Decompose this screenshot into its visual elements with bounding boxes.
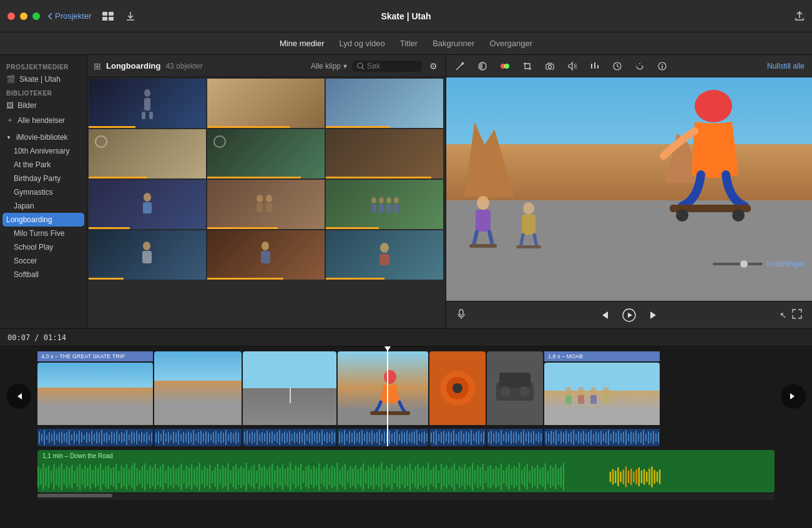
timeline-skip-left-button[interactable]	[6, 384, 31, 409]
fullscreen-button[interactable]	[32, 12, 40, 20]
equalizer-icon[interactable]	[589, 60, 601, 72]
sidebar-item-soccer[interactable]: Soccer	[0, 254, 87, 268]
sidebar-item-10th-anniversary[interactable]: 10th Anniversary	[0, 144, 87, 158]
timeline-scrollbar[interactable]	[37, 494, 775, 500]
skip-to-start-button[interactable]	[599, 310, 610, 321]
svg-rect-85	[119, 434, 120, 441]
tab-lyd-og-video[interactable]: Lyd og video	[340, 36, 385, 51]
magic-wand-icon[interactable]	[454, 60, 466, 72]
timeline-clip-3[interactable]	[243, 351, 336, 446]
sidebar-item-longboarding[interactable]: Longboarding	[2, 213, 84, 227]
timeline-clip-4[interactable]	[338, 351, 428, 446]
sidebar-item-alle-hendelser[interactable]: ＋ Alle hendelser	[0, 112, 87, 128]
settings-gear-icon[interactable]: ⚙	[427, 60, 439, 72]
stabilize-icon[interactable]	[633, 60, 646, 72]
timeline-clip-6[interactable]	[487, 351, 543, 446]
sidebar-item-softball[interactable]: Softball	[0, 268, 87, 281]
svg-rect-437	[360, 467, 362, 487]
svg-point-12	[257, 195, 263, 202]
media-thumbnail[interactable]	[89, 180, 206, 229]
camera-icon[interactable]	[544, 60, 556, 72]
sidebar-item-school-play[interactable]: School Play	[0, 240, 87, 254]
close-button[interactable]	[7, 12, 15, 20]
media-thumbnail[interactable]	[89, 230, 206, 280]
play-button[interactable]	[622, 308, 636, 322]
svg-rect-408	[285, 469, 286, 486]
svg-rect-280	[578, 431, 579, 444]
tab-mine-medier[interactable]: Mine medier	[280, 36, 325, 51]
speed-icon[interactable]	[611, 60, 624, 72]
svg-rect-72	[86, 432, 87, 443]
sidebar-item-milo-turns-five[interactable]: Milo Turns Five	[0, 227, 87, 240]
svg-rect-87	[124, 433, 125, 442]
svg-rect-268	[548, 433, 549, 442]
media-thumbnail[interactable]	[207, 180, 325, 229]
media-thumbnail[interactable]	[326, 180, 443, 229]
volume-knob[interactable]	[740, 260, 748, 268]
scrollbar-thumb[interactable]	[37, 494, 112, 497]
tab-titler[interactable]: Titler	[400, 36, 418, 51]
info-icon[interactable]	[656, 60, 668, 72]
svg-rect-426	[331, 466, 333, 489]
svg-rect-57	[49, 432, 50, 443]
search-input[interactable]	[367, 62, 417, 71]
svg-rect-222	[458, 432, 459, 443]
media-thumbnail[interactable]	[207, 79, 325, 128]
timeline-skip-right-button[interactable]	[781, 384, 806, 409]
audio-icon[interactable]	[566, 60, 579, 72]
volume-slider[interactable]	[713, 263, 763, 265]
svg-rect-14	[257, 203, 263, 212]
svg-rect-530	[646, 472, 648, 482]
media-thumbnail[interactable]	[326, 79, 443, 128]
media-thumbnail[interactable]	[89, 129, 206, 178]
crop-icon[interactable]	[521, 60, 534, 72]
media-thumbnail[interactable]	[207, 230, 325, 280]
preview-tools-left	[454, 60, 668, 72]
search-box[interactable]	[352, 61, 422, 72]
grid-view-icon[interactable]	[102, 10, 114, 22]
media-thumbnail[interactable]	[326, 230, 443, 280]
media-thumbnail[interactable]	[326, 129, 443, 178]
color-balance-icon[interactable]	[476, 60, 489, 72]
sidebar-item-birthday-party[interactable]: Birthday Party	[0, 172, 87, 185]
filter-dropdown[interactable]: Alle klipp ▾	[311, 62, 347, 71]
chevron-left-icon	[47, 12, 52, 20]
media-thumbnail[interactable]	[89, 79, 206, 128]
playhead[interactable]	[387, 346, 388, 446]
svg-rect-238	[491, 431, 492, 444]
download-icon[interactable]	[124, 10, 137, 22]
back-button[interactable]: Prosjekter	[47, 11, 92, 21]
timeline-clip-1[interactable]: 4,0 s – THE GREAT SKATE TRIP	[37, 351, 153, 446]
microphone-button[interactable]	[456, 309, 466, 321]
sidebar-item-skate-utah[interactable]: 🎬 Skate | Utah	[0, 72, 87, 86]
svg-rect-395	[251, 467, 253, 487]
sidebar-item-imovie-bibliotek[interactable]: ▼ iMovie-bibliotek	[0, 130, 87, 144]
svg-rect-182	[364, 434, 365, 441]
svg-rect-299	[625, 430, 627, 445]
svg-rect-11	[143, 202, 152, 213]
svg-rect-424	[326, 464, 328, 489]
svg-rect-422	[321, 470, 323, 484]
minimize-button[interactable]	[20, 12, 27, 20]
sidebar-item-at-the-park[interactable]: At the Park	[0, 158, 87, 172]
color-correct-icon[interactable]	[499, 60, 511, 72]
sidebar-item-gymnastics[interactable]: Gymnastics	[0, 185, 87, 199]
settings-button[interactable]: Innstillinger	[766, 260, 805, 268]
svg-rect-306	[643, 430, 644, 445]
svg-rect-526	[635, 469, 637, 484]
tab-overganger[interactable]: Overganger	[489, 36, 532, 51]
timeline-clip-7[interactable]: 1,8 s – MOAB	[544, 351, 660, 446]
tab-bakgrunner[interactable]: Bakgrunner	[433, 36, 474, 51]
svg-rect-321	[58, 466, 60, 487]
search-icon	[357, 62, 364, 70]
timeline-clip-5[interactable]	[429, 351, 486, 446]
svg-rect-159	[309, 432, 310, 443]
skip-to-end-button[interactable]	[648, 310, 660, 321]
grid-layout-toggle[interactable]: ⊞	[94, 61, 101, 71]
svg-rect-108	[178, 431, 179, 444]
sidebar-item-bilder[interactable]: 🖼 Bilder	[0, 99, 87, 112]
svg-point-265	[603, 387, 609, 394]
media-thumbnail[interactable]	[207, 129, 325, 178]
sidebar-item-japan[interactable]: Japan	[0, 199, 87, 213]
timeline-clip-2[interactable]	[154, 351, 242, 446]
